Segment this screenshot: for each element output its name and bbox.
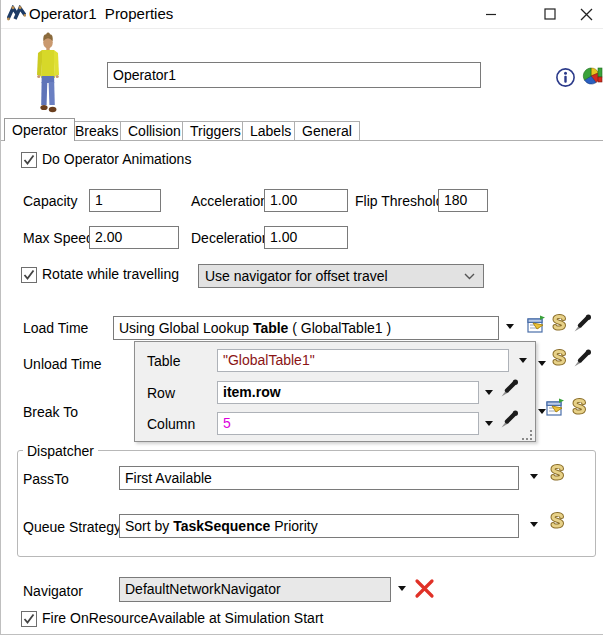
navigator-dropdown-arrow[interactable] [398,586,406,591]
load-time-sampler-eyedropper-icon[interactable] [572,313,593,338]
pass-to-dropdown-arrow[interactable] [530,474,538,479]
name-value: Operator1 [113,67,176,83]
max-speed-label: Max Speed [23,230,94,246]
break-to-dropdown-arrow[interactable] [538,409,546,414]
popup-row-sampler-eyedropper-icon[interactable] [499,378,520,403]
popup-table-label: Table [147,353,180,369]
unload-time-dropdown-arrow[interactable] [538,361,546,366]
global-lookup-popup: Table "GlobalTable1" Row item.row Column… [134,341,536,442]
tab-collision[interactable]: Collision [120,121,189,140]
tab-general[interactable]: General [294,121,360,140]
popup-row-label: Row [147,385,175,401]
tab-labels[interactable]: Labels [242,121,299,140]
popup-row-input[interactable]: item.row [217,381,479,404]
capacity-label: Capacity [23,193,77,209]
queue-strategy-code-scroll-icon[interactable] [547,512,567,536]
load-time-properties-edit-icon[interactable] [527,315,546,338]
queue-strategy-field[interactable]: Sort by TaskSequence Priority [119,514,519,538]
break-to-label: Break To [23,404,78,420]
popup-table-input[interactable]: "GlobalTable1" [217,349,509,372]
window-title: Operator1 Properties [29,5,173,22]
capacity-input[interactable]: 1 [89,189,161,212]
unload-time-sampler-eyedropper-icon[interactable] [572,348,593,373]
rotate-while-travelling-label: Rotate while travelling [42,266,179,282]
rotate-while-travelling-checkbox[interactable] [21,267,37,283]
minimize-button[interactable] [471,0,511,28]
close-button[interactable] [569,0,603,28]
name-input[interactable]: Operator1 [107,62,481,88]
chevron-down-icon [464,273,475,280]
pass-to-field[interactable]: First Available [119,466,519,490]
popup-column-label: Column [147,416,195,432]
operator-preview-image [32,32,64,119]
stats-pie-icon[interactable] [581,65,603,91]
deceleration-label: Deceleration [191,230,270,246]
popup-column-sampler-eyedropper-icon[interactable] [499,409,520,434]
operator-properties-window: Operator1 Properties [0,0,603,635]
navigator-field[interactable]: DefaultNetworkNavigator [119,577,391,602]
load-time-label: Load Time [23,320,88,336]
popup-table-dropdown-arrow[interactable] [519,358,527,363]
load-time-field[interactable]: Using Global Lookup Table ( GlobalTable1… [113,316,499,340]
resize-grip-icon[interactable] [522,430,532,440]
tab-operator[interactable]: Operator [4,118,75,141]
tab-breaks[interactable]: Breaks [67,121,127,140]
load-time-dropdown-arrow[interactable] [506,324,514,329]
break-to-code-scroll-icon[interactable] [569,398,589,422]
queue-strategy-dropdown-arrow[interactable] [530,522,538,527]
do-operator-animations-checkbox[interactable] [21,152,37,168]
fire-onresourceavailable-checkbox[interactable] [21,611,37,627]
popup-column-dropdown-arrow[interactable] [485,421,493,426]
tab-triggers[interactable]: Triggers [182,121,249,140]
flip-threshold-label: Flip Threshold [355,193,443,209]
load-time-code-scroll-icon[interactable] [549,314,569,338]
flip-threshold-input[interactable]: 180 [438,189,488,212]
popup-column-input[interactable]: 5 [217,412,479,435]
info-icon[interactable] [555,67,576,91]
pass-to-code-scroll-icon[interactable] [547,464,567,488]
max-speed-input[interactable]: 2.00 [89,226,179,249]
queue-strategy-label: Queue Strategy [23,519,121,535]
dispatcher-group-label: Dispatcher [23,443,98,459]
unload-time-label: Unload Time [23,356,102,372]
pass-to-label: PassTo [23,471,69,487]
navigator-label: Navigator [23,583,83,599]
break-to-properties-edit-icon[interactable] [546,398,565,421]
flexsim-logo-icon [7,5,26,25]
navigator-delete-red-x-icon[interactable] [414,578,435,602]
offset-travel-select[interactable]: Use navigator for offset travel [198,264,484,288]
maximize-button[interactable] [530,0,570,28]
fire-onresourceavailable-label: Fire OnResourceAvailable at Simulation S… [42,610,323,626]
popup-row-dropdown-arrow[interactable] [485,390,493,395]
title-bar: Operator1 Properties [1,0,603,29]
acceleration-input[interactable]: 1.00 [264,189,348,212]
unload-time-code-scroll-icon[interactable] [549,349,569,373]
do-operator-animations-label: Do Operator Animations [42,151,191,167]
deceleration-input[interactable]: 1.00 [264,226,348,249]
acceleration-label: Acceleration [191,193,268,209]
